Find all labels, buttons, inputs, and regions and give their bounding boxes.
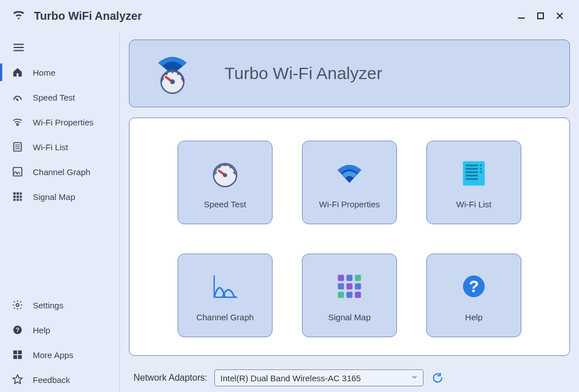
svg-rect-22 xyxy=(14,351,18,355)
grid-icon xyxy=(11,190,24,203)
sidebar-item-settings[interactable]: Settings xyxy=(0,293,119,317)
grid-icon xyxy=(332,269,366,303)
tile-label: Wi-Fi Properties xyxy=(319,199,380,209)
sidebar-item-speed-test[interactable]: Speed Test xyxy=(0,85,119,110)
wifi-icon xyxy=(11,116,24,128)
sidebar-item-label: Home xyxy=(33,68,55,77)
graph-icon xyxy=(11,165,24,178)
content-panel: Speed Test Wi-Fi Properties Wi-Fi List xyxy=(129,117,570,356)
windows-icon xyxy=(11,349,24,361)
svg-rect-60 xyxy=(347,291,353,298)
svg-rect-59 xyxy=(338,291,344,298)
sidebar-item-label: Feedback xyxy=(33,375,70,385)
tile-channel-graph[interactable]: Channel Graph xyxy=(178,254,273,337)
hero-banner: Turbo Wi-Fi Analyzer xyxy=(129,40,570,107)
sidebar: Home Speed Test Wi-Fi Properties Wi-Fi L… xyxy=(0,32,120,392)
tile-help[interactable]: ? Help xyxy=(426,254,521,337)
svg-point-19 xyxy=(16,304,19,307)
svg-text:?: ? xyxy=(469,277,479,295)
gauge-icon xyxy=(11,91,24,103)
tile-label: Channel Graph xyxy=(196,312,254,322)
svg-point-40 xyxy=(230,166,231,168)
adaptor-select[interactable]: Intel(R) Dual Band Wireless-AC 3165 xyxy=(214,369,424,386)
svg-rect-2 xyxy=(538,14,543,18)
adaptor-label: Network Adaptors: xyxy=(133,373,208,383)
svg-rect-17 xyxy=(16,199,19,201)
wifi-icon xyxy=(332,156,366,190)
svg-rect-50 xyxy=(480,171,482,173)
svg-rect-44 xyxy=(466,168,478,169)
svg-rect-23 xyxy=(18,351,22,355)
app-logo-icon xyxy=(11,7,26,24)
sidebar-item-help[interactable]: ? Help xyxy=(0,317,119,342)
graph-icon xyxy=(208,269,242,303)
adaptor-selected-value: Intel(R) Dual Band Wireless-AC 3165 xyxy=(221,373,361,383)
svg-rect-47 xyxy=(466,178,478,180)
tile-signal-map[interactable]: Signal Map xyxy=(302,254,397,337)
refresh-button[interactable] xyxy=(430,371,445,385)
svg-rect-0 xyxy=(518,18,525,19)
svg-point-38 xyxy=(219,166,221,168)
svg-rect-48 xyxy=(480,164,482,166)
help-icon: ? xyxy=(457,269,491,303)
tile-label: Signal Map xyxy=(328,312,370,322)
sidebar-item-label: Wi-Fi Properties xyxy=(33,117,94,127)
tile-wifi-list[interactable]: Wi-Fi List xyxy=(426,141,521,224)
svg-point-36 xyxy=(223,173,227,177)
hamburger-button[interactable] xyxy=(0,35,119,60)
star-icon xyxy=(11,373,24,386)
svg-text:?: ? xyxy=(16,326,20,333)
svg-point-33 xyxy=(181,78,183,80)
gauge-icon xyxy=(208,156,242,190)
tile-label: Wi-Fi List xyxy=(456,199,492,209)
tile-wifi-properties[interactable]: Wi-Fi Properties xyxy=(302,141,397,224)
list-icon xyxy=(11,141,24,153)
svg-point-28 xyxy=(170,80,175,84)
titlebar: Turbo WiFi Analyzer xyxy=(0,0,579,32)
svg-point-31 xyxy=(171,71,173,73)
sidebar-item-more-apps[interactable]: More Apps xyxy=(0,342,119,367)
svg-rect-14 xyxy=(16,195,19,198)
tile-label: Help xyxy=(465,312,483,322)
svg-rect-54 xyxy=(347,275,353,281)
svg-rect-55 xyxy=(355,275,361,281)
sidebar-item-wifi-properties[interactable]: Wi-Fi Properties xyxy=(0,110,119,134)
svg-line-4 xyxy=(16,98,18,100)
tile-speed-test[interactable]: Speed Test xyxy=(178,141,273,224)
minimize-button[interactable] xyxy=(513,8,529,24)
svg-rect-45 xyxy=(466,171,478,173)
svg-rect-58 xyxy=(355,283,361,289)
svg-rect-11 xyxy=(16,193,19,195)
close-button[interactable] xyxy=(552,8,568,24)
help-icon: ? xyxy=(11,324,24,336)
maximize-button[interactable] xyxy=(533,8,548,24)
svg-point-37 xyxy=(215,172,217,173)
svg-point-30 xyxy=(166,73,167,75)
sidebar-item-label: More Apps xyxy=(33,350,74,360)
list-icon xyxy=(457,156,491,190)
svg-point-32 xyxy=(177,73,179,75)
hero-icon xyxy=(149,49,196,98)
svg-rect-25 xyxy=(18,355,22,359)
svg-rect-12 xyxy=(20,193,21,195)
hero-title: Turbo Wi-Fi Analyzer xyxy=(224,64,382,83)
adaptor-row: Network Adaptors: Intel(R) Dual Band Wir… xyxy=(129,366,570,392)
svg-rect-56 xyxy=(338,283,344,289)
svg-rect-53 xyxy=(338,275,344,281)
main-content: Turbo Wi-Fi Analyzer Speed Test Wi-Fi Pr… xyxy=(120,32,579,392)
sidebar-item-feedback[interactable]: Feedback xyxy=(0,367,119,392)
svg-rect-61 xyxy=(355,291,361,298)
svg-rect-43 xyxy=(466,164,478,166)
svg-rect-49 xyxy=(480,168,482,169)
gear-icon xyxy=(11,299,24,311)
sidebar-item-label: Speed Test xyxy=(33,93,75,102)
sidebar-item-signal-map[interactable]: Signal Map xyxy=(0,184,119,209)
sidebar-item-wifi-list[interactable]: Wi-Fi List xyxy=(0,134,119,159)
svg-point-39 xyxy=(224,164,226,166)
sidebar-item-home[interactable]: Home xyxy=(0,60,119,85)
home-icon xyxy=(11,66,24,79)
svg-point-29 xyxy=(162,78,164,80)
sidebar-item-channel-graph[interactable]: Channel Graph xyxy=(0,159,119,184)
svg-rect-15 xyxy=(20,195,21,198)
app-title: Turbo WiFi Analyzer xyxy=(34,10,142,23)
